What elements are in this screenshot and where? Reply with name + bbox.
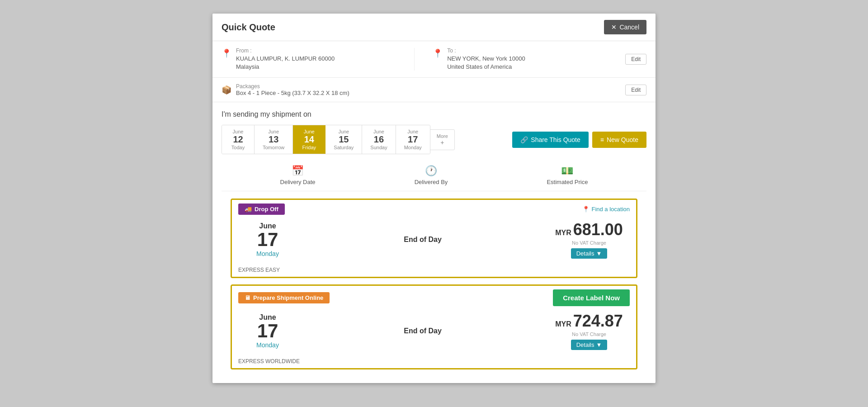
chevron-down-icon: ▼ <box>596 341 602 348</box>
quote-card-prepare: 🖥 Prepare Shipment Online Create Label N… <box>231 284 637 369</box>
col-delivered-by: 🕐 Delivered By <box>415 165 448 185</box>
location-pin-icon: 📍 <box>582 206 590 213</box>
share-quote-button[interactable]: 🔗 Share This Quote <box>512 132 588 148</box>
computer-icon: 🖥 <box>245 294 250 301</box>
money-icon: 💵 <box>561 165 573 177</box>
prepare-badge: 🖥 Prepare Shipment Online <box>238 292 330 303</box>
share-icon: 🔗 <box>520 136 528 143</box>
clock-icon: 🕐 <box>425 165 437 177</box>
create-label-button[interactable]: Create Label Now <box>553 289 630 306</box>
more-dates-tab[interactable]: More + <box>430 129 455 150</box>
card2-delivery: End of Day <box>297 327 548 335</box>
packages-label: Packages <box>236 83 349 90</box>
cancel-button[interactable]: ✕ Cancel <box>604 20 646 34</box>
modal-title: Quick Quote <box>222 22 275 33</box>
card2-details-button[interactable]: Details ▼ <box>571 340 608 350</box>
to-label: To : <box>447 47 525 54</box>
card1-delivery: End of Day <box>297 236 548 244</box>
date-tab-13[interactable]: June 13 Tomorrow <box>255 125 293 154</box>
col-delivery-date: 📅 Delivery Date <box>280 165 316 185</box>
packages-section: 📦 Packages Box 4 - 1 Piece - 5kg (33.7 X… <box>212 78 656 102</box>
new-quote-icon: ≡ <box>600 136 604 143</box>
card1-price: MYR 681.00 No VAT Charge Details ▼ <box>548 220 630 259</box>
date-tab-16[interactable]: June 16 Sunday <box>362 125 396 154</box>
quick-quote-modal: Quick Quote ✕ Cancel 📍 From : KUALA LUMP… <box>212 14 656 383</box>
quote-card-dropoff: 🚚 Drop Off 📍 Find a location June 17 Mon… <box>231 199 637 278</box>
shipment-title: I'm sending my shipment on <box>222 110 646 118</box>
column-headers: 📅 Delivery Date 🕐 Delivered By 💵 Estimat… <box>222 161 646 191</box>
from-block: 📍 From : KUALA LUMPUR, K. LUMPUR 60000 M… <box>222 47 396 71</box>
card1-body: June 17 Monday End of Day MYR 681.00 No … <box>232 218 636 265</box>
package-icon: 📦 <box>222 85 231 95</box>
card2-service: EXPRESS WORLDWIDE <box>232 356 636 368</box>
to-city: NEW YORK, New York 10000 <box>447 55 525 63</box>
packages-edit-button[interactable]: Edit <box>625 85 646 95</box>
packages-value: Box 4 - 1 Piece - 5kg (33.7 X 32.2 X 18 … <box>236 90 349 96</box>
calendar-icon: 📅 <box>292 165 304 177</box>
to-country: United States of America <box>447 63 525 71</box>
date-toolbar: June 12 Today June 13 Tomorrow June 14 F… <box>222 125 646 154</box>
quote-cards: 🚚 Drop Off 📍 Find a location June 17 Mon… <box>222 199 646 379</box>
dropoff-icon: 🚚 <box>245 206 252 213</box>
location-icon: 📍 <box>222 48 231 58</box>
from-city: KUALA LUMPUR, K. LUMPUR 60000 <box>236 55 335 63</box>
card1-details-button[interactable]: Details ▼ <box>571 248 608 259</box>
card2-price: MYR 724.87 No VAT Charge Details ▼ <box>548 312 630 350</box>
card1-date: June 17 Monday <box>238 222 297 257</box>
more-label: More <box>437 133 448 139</box>
col-estimated-price: 💵 Estimated Price <box>547 165 588 185</box>
more-plus: + <box>437 139 448 146</box>
card1-service: EXPRESS EASY <box>232 265 636 277</box>
date-tabs: June 12 Today June 13 Tomorrow June 14 F… <box>222 125 430 154</box>
card2-body: June 17 Monday End of Day MYR 724.87 No … <box>232 309 636 356</box>
date-tab-14[interactable]: June 14 Friday <box>293 125 326 154</box>
card2-date: June 17 Monday <box>238 313 297 349</box>
to-block: 📍 To : NEW YORK, New York 10000 United S… <box>433 47 607 71</box>
modal-header: Quick Quote ✕ Cancel <box>212 14 656 41</box>
find-location-button[interactable]: 📍 Find a location <box>582 206 630 213</box>
shipment-section: I'm sending my shipment on June 12 Today… <box>212 102 656 383</box>
cancel-icon: ✕ <box>611 24 617 31</box>
date-tab-12[interactable]: June 12 Today <box>222 125 255 154</box>
from-label: From : <box>236 47 335 54</box>
date-tab-15[interactable]: June 15 Saturday <box>326 125 362 154</box>
address-divider <box>414 48 415 71</box>
card2-top-bar: 🖥 Prepare Shipment Online Create Label N… <box>232 286 636 309</box>
date-tab-17[interactable]: June 17 Monday <box>396 125 430 154</box>
card1-top-bar: 🚚 Drop Off 📍 Find a location <box>232 200 636 218</box>
destination-icon: 📍 <box>433 48 443 58</box>
toolbar-buttons: 🔗 Share This Quote ≡ New Quote <box>512 132 646 148</box>
address-section: 📍 From : KUALA LUMPUR, K. LUMPUR 60000 M… <box>212 41 656 78</box>
from-country: Malaysia <box>236 63 335 71</box>
chevron-down-icon: ▼ <box>596 250 602 257</box>
new-quote-button[interactable]: ≡ New Quote <box>592 132 646 148</box>
address-edit-button[interactable]: Edit <box>625 54 646 65</box>
dropoff-badge: 🚚 Drop Off <box>238 204 285 215</box>
